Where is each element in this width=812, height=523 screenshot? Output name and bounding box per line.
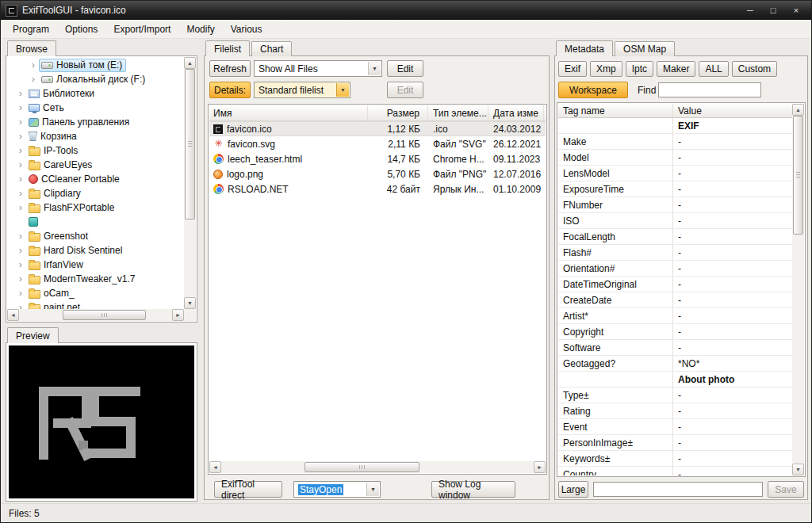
tab-preview[interactable]: Preview <box>7 327 59 343</box>
tree-item[interactable]: paint.net <box>7 300 184 309</box>
tree-vertical-scrollbar[interactable] <box>184 57 196 309</box>
edit-filter-button[interactable]: Edit <box>387 60 423 77</box>
group-button-all[interactable]: ALL <box>699 61 728 77</box>
metadata-row[interactable]: Artist*- <box>558 308 792 324</box>
scroll-up-icon[interactable] <box>184 57 196 69</box>
metadata-row[interactable]: LensModel- <box>558 166 792 181</box>
scroll-up-icon[interactable] <box>792 104 804 116</box>
menu-item-program[interactable]: Program <box>5 21 57 37</box>
metadata-row[interactable]: ExposureTime- <box>558 181 792 197</box>
metadata-row[interactable]: DateTimeOriginal- <box>558 277 792 292</box>
menu-item-various[interactable]: Various <box>223 21 270 37</box>
metadata-row[interactable]: Software- <box>558 340 792 356</box>
tree-item[interactable]: Сеть <box>7 101 184 115</box>
tree-item[interactable]: Корзина <box>7 129 184 143</box>
tree-item[interactable]: Локальный диск (F:) <box>7 72 184 86</box>
metadata-row[interactable]: Model- <box>558 150 792 166</box>
metadata-row[interactable]: Geotagged?*NO* <box>558 356 792 372</box>
expand-chevron-icon[interactable] <box>15 288 26 299</box>
expand-chevron-icon[interactable] <box>15 116 26 128</box>
scroll-right-icon[interactable] <box>534 461 546 473</box>
tree-item[interactable]: IrfanView <box>7 258 184 272</box>
filelist-horizontal-scrollbar[interactable] <box>209 461 546 473</box>
tree-item[interactable]: Clipdiary <box>7 186 184 200</box>
expand-chevron-icon[interactable] <box>28 74 39 85</box>
tree-item[interactable]: Greenshot <box>7 229 184 243</box>
scroll-left-icon[interactable] <box>209 461 221 473</box>
column-header-[interactable]: Дата изме <box>488 105 544 120</box>
chevron-down-icon[interactable] <box>368 62 381 75</box>
metadata-row[interactable]: Make- <box>558 134 792 150</box>
tree-item[interactable] <box>7 215 184 229</box>
scrollbar-thumb[interactable] <box>793 116 803 235</box>
tag-value-input[interactable] <box>593 482 763 497</box>
column-header-[interactable]: Тип элеме... <box>428 105 488 120</box>
edit-style-button[interactable]: Edit <box>387 82 423 98</box>
expand-chevron-icon[interactable] <box>15 202 26 213</box>
tree-item[interactable]: ModernTweaker_v1.7 <box>7 272 184 286</box>
tree-item[interactable]: oCam_ <box>7 286 184 300</box>
tab-chart[interactable]: Chart <box>251 41 292 56</box>
group-button-iptc[interactable]: Iptc <box>626 61 653 77</box>
scroll-down-icon[interactable] <box>792 464 804 475</box>
metadata-row[interactable]: EXIF <box>558 118 792 134</box>
file-filter-combo[interactable]: Show All Files <box>254 60 382 77</box>
details-button[interactable]: Details: <box>209 82 251 98</box>
metadata-row[interactable]: Event- <box>558 419 792 435</box>
chevron-down-icon[interactable] <box>366 483 379 496</box>
expand-chevron-icon[interactable] <box>15 188 26 199</box>
tree-item[interactable]: Новый том (E:) <box>7 58 184 72</box>
expand-chevron-icon[interactable] <box>15 302 26 309</box>
expand-chevron-icon[interactable] <box>28 59 39 71</box>
title-bar[interactable]: ExifToolGUI - favicon.ico ─ □ × <box>1 1 811 20</box>
metadata-row[interactable]: FocalLength- <box>558 229 792 245</box>
file-row[interactable]: favicon.svg2,11 КБФайл "SVG"26.12.2021 <box>209 136 546 151</box>
tree-item[interactable]: CCleaner Portable <box>7 172 184 186</box>
menu-item-export-import[interactable]: Export/Import <box>105 21 178 37</box>
find-input[interactable] <box>658 82 761 97</box>
metadata-row[interactable]: About photo <box>558 372 792 387</box>
expand-chevron-icon[interactable] <box>15 88 26 99</box>
group-button-exif[interactable]: Exif <box>558 61 587 77</box>
tab-browse[interactable]: Browse <box>7 40 56 56</box>
minimize-button[interactable]: ─ <box>740 4 760 17</box>
metadata-row[interactable]: Flash#- <box>558 245 792 261</box>
column-header-[interactable]: Имя <box>209 105 368 120</box>
expand-chevron-icon[interactable] <box>15 145 26 156</box>
save-button[interactable]: Save <box>768 481 804 498</box>
refresh-button[interactable]: Refresh <box>209 60 251 77</box>
scrollbar-thumb[interactable] <box>185 69 195 220</box>
tab-metadata[interactable]: Metadata <box>556 40 613 56</box>
metadata-row[interactable]: Keywords±- <box>558 451 792 467</box>
chevron-down-icon[interactable] <box>336 83 349 97</box>
expand-chevron-icon[interactable] <box>15 273 26 284</box>
metadata-row[interactable]: PersonInImage±- <box>558 435 792 451</box>
group-button-xmp[interactable]: Xmp <box>590 61 622 77</box>
expand-chevron-icon[interactable] <box>15 259 26 270</box>
expand-chevron-icon[interactable] <box>15 102 26 113</box>
large-button[interactable]: Large <box>558 481 588 498</box>
tree-item[interactable]: CareUEyes <box>7 158 184 172</box>
metadata-row[interactable]: ISO- <box>558 213 792 229</box>
file-row[interactable]: RSLOAD.NET42 байтЯрлык Ин...01.10.2009 <box>209 181 546 197</box>
expand-chevron-icon[interactable] <box>15 231 26 242</box>
menu-item-modify[interactable]: Modify <box>178 21 222 37</box>
stayopen-combo[interactable]: StayOpen <box>293 481 381 498</box>
tree-horizontal-scrollbar[interactable] <box>7 309 184 321</box>
column-header-[interactable]: Размер <box>368 105 428 120</box>
expand-chevron-icon[interactable] <box>15 174 26 185</box>
metadata-row[interactable]: FNumber- <box>558 197 792 213</box>
scroll-left-icon[interactable] <box>7 309 19 321</box>
metadata-row[interactable]: Orientation#- <box>558 261 792 277</box>
tab-osm-map[interactable]: OSM Map <box>615 41 675 56</box>
menu-item-options[interactable]: Options <box>57 21 105 37</box>
close-button[interactable]: × <box>786 4 806 17</box>
file-row[interactable]: leech_teaser.html14,7 КБChrome H...09.11… <box>209 151 546 166</box>
metadata-row[interactable]: Type±- <box>558 387 792 403</box>
group-button-custom[interactable]: Custom <box>732 61 777 77</box>
metadata-row[interactable]: Country- <box>558 467 792 475</box>
maximize-button[interactable]: □ <box>763 4 783 17</box>
scroll-right-icon[interactable] <box>172 309 184 321</box>
tree-item[interactable]: FlashFXPortable <box>7 200 184 215</box>
tab-filelist[interactable]: Filelist <box>205 40 250 56</box>
